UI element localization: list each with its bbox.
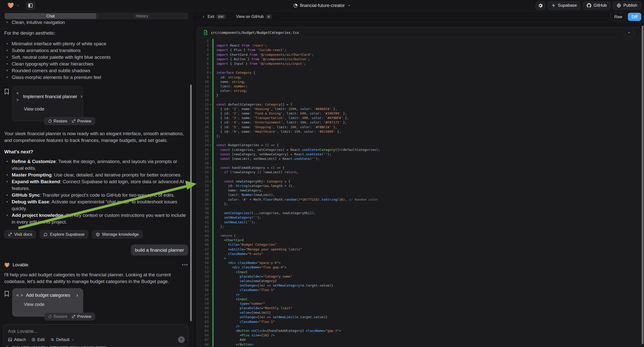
code-line: 6import { Input } from '@/components/ui/…	[197, 62, 641, 66]
restore-button[interactable]: Restore	[48, 313, 67, 320]
line-number: 12	[197, 88, 208, 93]
fold-chevron-icon	[208, 57, 212, 62]
manage-knowledge-button[interactable]: Manage knowledge	[92, 230, 142, 238]
code-line: 9 id: string;	[197, 75, 641, 80]
version-card-row: < > Add budget categories View code Rest…	[4, 288, 188, 317]
g-shortcut-badge: G	[266, 14, 272, 19]
more-options-icon[interactable]: •••	[182, 262, 188, 268]
fold-chevron-icon	[208, 220, 212, 224]
fold-chevron-icon[interactable]: ∨	[208, 179, 212, 184]
fold-chevron-icon	[208, 288, 212, 292]
version-card-implement-financial-planner[interactable]: < > Implement financial planner View cod…	[12, 86, 83, 121]
fold-chevron-icon	[208, 39, 212, 43]
user-message-bubble: build a financial planner	[131, 244, 188, 256]
lovable-logo-icon[interactable]	[8, 2, 14, 8]
sidebar-toggle-button[interactable]	[26, 2, 35, 10]
code-line: 41 setNewLimit('');	[197, 220, 641, 224]
scrolled-bullet-list: Clean, intuitive navigation	[4, 19, 188, 26]
fold-chevron-icon[interactable]: ∨	[208, 143, 212, 147]
file-added-icon	[204, 30, 208, 35]
chevron-right-icon	[76, 294, 79, 297]
chat-input-box[interactable]: Ask Lovable... Attach Edit Default	[3, 324, 188, 346]
code-line: 21 { id: '6', name: 'Healthcare', limit:…	[197, 130, 641, 134]
version-card-add-budget-categories[interactable]: < > Add budget categories View code Rest…	[12, 288, 83, 317]
fold-chevron-icon[interactable]: ∨	[208, 102, 212, 107]
code-line: 7	[197, 66, 641, 70]
fold-chevron-icon	[208, 260, 212, 265]
lovable-app: financial-future-creator Supabase GitHub…	[0, 0, 644, 347]
fold-chevron-icon	[208, 88, 212, 93]
code-line: 30 if (!newCategory || !newLimit) return…	[197, 170, 641, 174]
chevron-left-icon	[202, 15, 205, 18]
code-scrollbar[interactable]	[642, 26, 644, 344]
line-number: 15	[197, 102, 208, 107]
code-editor[interactable]: 12import React from 'react';3import { Pl…	[197, 38, 641, 347]
fold-chevron-icon	[208, 130, 212, 134]
external-link-icon	[72, 119, 76, 123]
exit-button[interactable]: Exit ESC	[202, 14, 226, 19]
fold-chevron-icon	[208, 52, 212, 57]
code-line: 12 color: string;	[197, 88, 641, 93]
line-number: 3	[197, 48, 208, 52]
tab-chat[interactable]: Chat	[5, 13, 96, 19]
model-selector[interactable]: Default	[50, 337, 74, 342]
list-item: Clean, intuitive navigation	[4, 19, 188, 26]
preview-button[interactable]: Preview	[72, 118, 91, 124]
project-switcher[interactable]: financial-future-creator	[293, 3, 351, 8]
bookmark-icon[interactable]	[4, 291, 9, 297]
explore-supabase-button[interactable]: Explore Supabase	[40, 230, 88, 238]
code-line: 23	[197, 138, 641, 143]
fold-chevron-icon	[208, 324, 212, 328]
fold-chevron-icon	[208, 184, 212, 188]
raw-toggle-button[interactable]: Raw	[610, 13, 626, 21]
code-line: 27 const [newLimit, setNewLimit] = React…	[197, 156, 641, 161]
send-button[interactable]	[178, 336, 185, 343]
restore-icon	[48, 119, 52, 123]
code-line: 52 <Input	[197, 270, 641, 274]
chat-scrollbar[interactable]	[190, 85, 192, 321]
view-code-link[interactable]: View code	[24, 106, 79, 112]
fold-chevron-icon[interactable]: ∨	[208, 166, 212, 170]
collapse-file-button[interactable]	[624, 28, 634, 37]
view-on-github-button[interactable]: View on GitHub G	[236, 14, 271, 19]
line-number: 36	[197, 198, 208, 202]
code-line: 15∨const defaultCategories: Category[] =…	[197, 102, 641, 107]
fold-chevron-icon	[208, 120, 212, 125]
restore-button[interactable]: Restore	[48, 118, 67, 124]
line-number: 30	[197, 170, 208, 174]
fold-chevron-icon	[208, 211, 212, 215]
view-code-link[interactable]: View code	[24, 301, 79, 308]
code-line: 63 className="flex-1"	[197, 320, 641, 324]
fold-chevron-icon	[208, 198, 212, 202]
bookmark-icon[interactable]	[4, 88, 9, 94]
workspace-chevron-down-icon[interactable]	[16, 4, 20, 7]
diff-toggle-button[interactable]: Diff	[628, 13, 641, 21]
code-line: 50 <div className="space-y-6">	[197, 260, 641, 265]
attach-button[interactable]: Attach	[8, 337, 26, 342]
fold-chevron-icon	[208, 274, 212, 279]
lovable-avatar-heart-icon	[4, 262, 10, 268]
fold-chevron-icon[interactable]: ∨	[208, 70, 212, 75]
code-line: 24∨const BudgetCategories = () => {	[197, 143, 641, 147]
fold-chevron-icon	[208, 62, 212, 66]
line-number: 19	[197, 120, 208, 125]
fold-chevron-icon	[208, 75, 212, 80]
fold-chevron-icon	[208, 80, 212, 84]
publish-button[interactable]: Publish	[613, 2, 641, 10]
assistant-header: Lovable •••	[4, 262, 188, 268]
code-line: 14	[197, 98, 641, 102]
visit-docs-button[interactable]: Visit docs	[4, 230, 36, 238]
tab-history[interactable]: History	[96, 13, 188, 19]
code-line: 66 <Plus size={16} />	[197, 333, 641, 338]
fold-chevron-icon	[208, 270, 212, 274]
code-line: 49 >	[197, 256, 641, 260]
line-number: 22	[197, 134, 208, 138]
github-button[interactable]: GitHub	[583, 2, 610, 10]
code-toolbar: Exit ESC View on GitHub G Raw Diff	[195, 11, 644, 22]
code-line: 56 className="flex-1"	[197, 288, 641, 292]
supabase-button[interactable]: Supabase	[548, 2, 581, 10]
preview-button[interactable]: Preview	[72, 313, 91, 320]
settings-button[interactable]	[536, 2, 545, 10]
line-number: 8	[197, 70, 208, 75]
edit-button[interactable]: Edit	[31, 337, 44, 342]
